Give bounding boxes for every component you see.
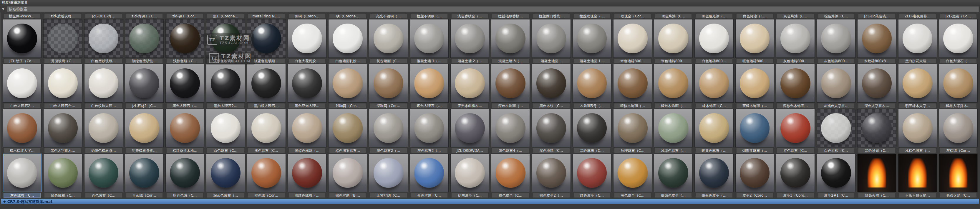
material-name-label[interactable]: 橡色木饰面（… [655,103,692,108]
material-tile[interactable]: 白色地砖800… [694,19,733,63]
material-name-label[interactable]: 红色皮革（C… [573,193,611,198]
material-name-label[interactable]: JZL-Dc茶色镜… [858,14,895,19]
material-name-label[interactable]: 橡木饰面（C… [695,103,732,108]
material-tile[interactable]: 灰色麻布3（… [410,109,449,153]
material-name-label[interactable]: 混凝土墙 3（… [492,58,529,63]
material-name-label[interactable]: 深色地毯（C… [533,148,570,153]
material-preview-icon[interactable] [288,109,326,147]
material-name-label[interactable]: 黑色麻布（C… [573,148,611,153]
material-name-label[interactable]: 灰色麻布2（… [370,148,407,153]
material-name-label[interactable]: 烟熏蓝麻布（… [736,148,773,153]
material-tile[interactable]: 暖色地砖800… [735,19,774,63]
material-name-label[interactable]: 黑色亚光大理… [288,103,326,108]
material-name-label[interactable]: 黑色人字拼木… [44,148,81,153]
material-name-label[interactable]: 暗红色绒布（… [288,193,326,198]
material-preview-icon[interactable] [410,19,449,58]
material-preview-icon[interactable] [654,19,693,58]
material-tile[interactable]: 长条火焰（C… [939,153,978,198]
material-tile[interactable]: 白色大花乳胶… [288,19,326,63]
material-tile[interactable]: 浅咖网（Cor… [328,64,367,108]
material-tile[interactable]: jzl-石材2（C… [125,64,164,108]
material-name-label[interactable]: 淡绿色玻璃瓶… [207,58,244,63]
material-preview-icon[interactable] [3,109,41,147]
material-name-label[interactable]: JZL-镜子（Co… [3,58,41,63]
material-name-label[interactable]: 米色地砖800… [614,58,651,63]
material-name-label[interactable]: ZLD-电视屏幕… [899,14,936,19]
material-name-label[interactable]: 白色磨砂玻璃… [85,58,122,63]
material-tile[interactable]: 灰色绒布（C… [3,153,41,198]
material-name-label[interactable]: 青蓝绒（Cor… [126,193,163,198]
material-preview-icon[interactable] [694,19,733,58]
material-name-label[interactable]: 橡树人字拼木… [940,103,977,108]
material-tile[interactable]: 黑色麻布（C… [573,109,611,153]
material-preview-icon[interactable] [125,64,164,102]
material-preview-icon[interactable] [206,153,245,192]
material-name-label[interactable]: 明亮橡木人字… [899,103,936,108]
material-name-label[interactable]: 蓝紫丝绸（C… [370,193,407,198]
material-name-label[interactable]: 混凝土地面… [533,58,570,63]
material-tile[interactable]: 暗青色绒（C… [165,153,204,198]
material-name-label[interactable]: 黑色大理石（… [166,103,204,108]
material-preview-icon[interactable] [43,153,82,192]
material-name-label[interactable]: 黑色烤漆（C… [655,14,692,19]
material-tile[interactable]: 皮革2#1（C… [817,153,856,198]
material-name-label[interactable]: 红色麻布（C… [777,148,814,153]
material-name-label[interactable]: 短条火焰（C… [858,193,895,198]
material-tile[interactable]: 不长不短火焰… [898,153,937,198]
material-name-label[interactable]: 黑色大理石2… [207,103,244,108]
material-name-label[interactable]: 拉丝玫瑰金（… [573,14,611,19]
material-name-label[interactable]: 白色大理石（… [940,58,977,63]
material-tile[interactable]: 白色磨砂玻璃… [84,19,123,63]
material-name-label[interactable]: 亮橡木饰面（… [736,103,773,108]
material-name-label[interactable]: 浅色麻布（C… [248,148,285,153]
material-preview-icon[interactable] [328,19,367,58]
material-preview-icon[interactable] [165,64,204,102]
material-tile[interactable]: 深色木饰面（… [491,64,530,108]
material-name-label[interactable]: 木纹砖800x8… [858,58,895,63]
material-preview-icon[interactable] [735,153,774,192]
material-preview-icon[interactable] [247,109,286,147]
material-name-label[interactable]: 浅色香槟金（… [451,14,488,19]
material-preview-icon[interactable] [939,153,978,192]
material-tile[interactable]: 混凝土墙 1（… [410,19,449,63]
material-name-label[interactable]: 灰色地砖800… [818,58,854,63]
material-name-label[interactable]: 深色木饰面（… [492,103,529,108]
material-preview-icon[interactable] [3,153,41,192]
material-tile[interactable]: 灰褐色人字拼… [817,64,856,108]
material-name-label[interactable]: JZL-黑镜（Co… [940,14,977,19]
material-preview-icon[interactable] [898,153,937,192]
material-tile[interactable]: 白色麻布（C… [206,109,245,153]
material-preview-icon[interactable] [939,109,978,147]
material-name-label[interactable]: 黑色哑光漆（… [695,14,732,19]
material-tile[interactable]: JZL-D0DWDA… [450,109,489,153]
material-name-label[interactable]: 白色大花乳胶… [288,58,326,63]
material-tile[interactable]: 淡绿色磨砂玻… [125,19,164,63]
material-library-group-header[interactable]: + CR7.0-超写实材质库.mat [1,199,979,204]
material-name-label[interactable]: 拉丝艳丽香槟… [492,14,529,19]
material-name-label[interactable]: 白色纱帘（C… [818,148,854,153]
material-name-label[interactable]: 墨绿色皮革（… [655,193,692,198]
material-tile[interactable]: 黑色大理石（… [165,64,204,108]
material-preview-icon[interactable] [165,153,204,192]
material-preview-icon[interactable] [450,19,489,58]
material-name-label[interactable]: zld-青铜1（C… [126,14,163,19]
material-preview-icon[interactable] [857,153,896,192]
material-tile[interactable]: 灰色麻布4（… [491,109,530,153]
material-tile[interactable]: 黑色亚光大理… [288,64,326,108]
material-preview-icon[interactable] [654,64,693,102]
material-name-label[interactable]: 浅棕色棉麻（… [288,148,326,153]
material-name-label[interactable]: 暖色大理石（… [410,103,448,108]
material-tile[interactable]: 黑色木纹（C… [531,64,571,108]
material-name-label[interactable]: 暖色地砖800… [736,58,773,63]
material-name-label[interactable]: 淡绿色磨砂玻… [126,58,163,63]
material-tile[interactable]: 木纹砖800x8… [857,19,896,63]
material-name-label[interactable]: JZL-D01 -青… [85,14,122,19]
material-name-label[interactable]: 铁（Corona… [329,14,366,19]
material-tile[interactable]: 深棕色木饰面… [776,64,815,108]
material-tile[interactable]: 暖色大理石（… [410,64,449,108]
material-preview-icon[interactable] [857,109,896,147]
material-name-label[interactable]: 亮光不锈钢（… [370,14,407,19]
material-tile[interactable]: 蓝色丝绸（C… [410,153,449,198]
material-preview-icon[interactable] [898,64,937,102]
material-name-label[interactable]: 皮革3（Coro… [777,193,814,198]
